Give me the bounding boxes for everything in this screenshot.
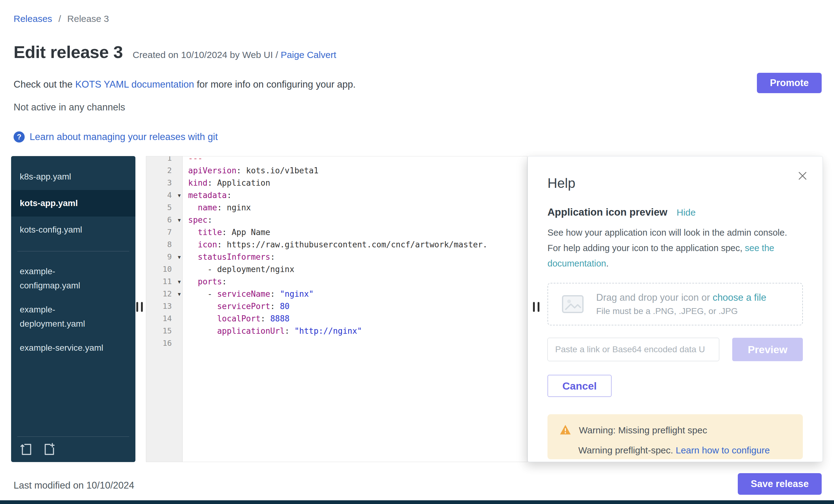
code-token-plain [188,252,198,262]
code-token-key: ports [198,277,222,286]
code-token-plain: - [188,289,217,299]
code-line[interactable]: ports: [188,276,527,288]
code-line[interactable]: kind: Application [188,177,527,189]
code-token-num: 80 [280,302,289,311]
code-line[interactable]: --- [188,156,527,165]
editor-code-area[interactable]: ---apiVersion: kots.io/v1beta1kind: Appl… [182,156,527,462]
file-tree-sidebar: k8s-app.yamlkots-app.yamlkots-config.yam… [11,156,135,462]
dropzone-instruction: Drag and drop your icon or choose a file [596,292,766,303]
code-line[interactable]: applicationUrl: "http://nginx" [188,325,527,337]
code-token-plain: : App Name [222,228,270,237]
code-line[interactable]: statusInformers: [188,251,527,263]
line-number: 15 [162,326,172,335]
help-panel: Help Application icon preview Hide See h… [527,156,823,462]
code-line[interactable]: metadata: [188,189,527,201]
gutter-line: 11▾ [146,276,182,288]
page-title: Edit release 3 [14,42,123,62]
file-tree-item[interactable]: example-service.yaml [11,336,113,360]
code-line[interactable]: title: App Name [188,226,527,238]
title-row: Edit release 3 Created on 10/10/2024 by … [14,42,336,62]
breadcrumb-releases-link[interactable]: Releases [14,14,52,24]
code-token-key: icon [198,240,217,249]
author-link[interactable]: Paige Calvert [281,50,336,60]
code-line[interactable]: name: nginx [188,201,527,214]
code-token-key: serviceName [217,289,270,299]
icon-preview-section-header: Application icon preview Hide [547,206,803,218]
save-release-button[interactable]: Save release [738,473,822,495]
code-token-key: title [198,228,222,237]
warning-title: Warning: Missing preflight spec [579,425,707,436]
promote-button[interactable]: Promote [757,73,822,93]
new-file-icon[interactable] [42,442,57,457]
icon-url-input[interactable] [547,338,719,361]
gutter-line: 5 [146,201,182,214]
code-token-plain: : [270,289,280,299]
fold-arrow-icon[interactable]: ▾ [178,214,181,226]
code-line[interactable]: icon: https://raw.githubusercontent.com/… [188,238,527,251]
hide-link[interactable]: Hide [677,207,696,218]
preflight-warning-box: Warning: Missing preflight spec Warning … [547,414,803,459]
code-token-str: "http://nginx" [294,326,362,335]
panel-resize-handle-left[interactable] [136,302,143,312]
image-placeholder-icon [562,295,584,313]
kots-yaml-doc-link[interactable]: KOTS YAML documentation [75,79,194,90]
breadcrumb-current: Release 3 [67,14,109,24]
gutter-line: 9▾ [146,251,182,263]
code-line[interactable] [188,337,527,349]
warning-triangle-icon [559,424,572,436]
code-line[interactable]: apiVersion: kots.io/v1beta1 [188,165,527,177]
code-line[interactable]: - serviceName: "nginx" [188,288,527,300]
warning-header-row: Warning: Missing preflight spec [559,424,791,436]
code-token-key: applicationUrl [217,326,285,335]
file-tree-item[interactable]: k8s-app.yaml [11,163,135,190]
upload-file-icon[interactable] [19,442,34,457]
edit-release-page: Releases / Release 3 Edit release 3 Crea… [0,0,834,504]
panel-resize-handle-right[interactable] [533,302,540,312]
fold-arrow-icon[interactable]: ▾ [178,288,181,300]
help-panel-title: Help [547,176,803,191]
code-line[interactable]: spec: [188,214,527,226]
gutter-line: 12▾ [146,288,182,300]
code-token-plain: : nginx [217,203,251,212]
fold-arrow-icon[interactable]: ▾ [178,251,181,263]
code-token-key: servicePort [217,302,270,311]
code-token-key: kind [188,178,207,188]
breadcrumb-separator: / [58,14,61,24]
gutter-line: 6▾ [146,214,182,226]
file-tree-item[interactable]: example-deployment.yaml [11,298,113,336]
file-tree-item[interactable]: example-configmap.yaml [11,259,113,298]
fold-arrow-icon[interactable]: ▾ [178,189,181,201]
code-token-key: metadata [188,191,227,200]
file-group-app-specs: k8s-app.yamlkots-app.yamlkots-config.yam… [11,163,135,243]
line-number: 16 [162,339,172,348]
line-number: 6 [167,215,172,224]
preview-button[interactable]: Preview [732,338,803,361]
line-number: 12 [162,289,172,298]
dropzone-text-block: Drag and drop your icon or choose a file… [596,292,766,316]
yaml-editor[interactable]: 1234▾56▾789▾1011▾12▾13141516 ---apiVersi… [146,156,527,462]
icon-url-row: Preview [547,338,803,361]
description-period: . [606,259,609,268]
learn-how-to-configure-link[interactable]: Learn how to configure [676,445,770,455]
code-token-plain: : [227,191,232,200]
icon-dropzone[interactable]: Drag and drop your icon or choose a file… [547,283,803,325]
line-number: 5 [167,203,172,212]
gutter-line: 3 [146,177,182,189]
code-line[interactable]: servicePort: 80 [188,300,527,312]
choose-file-link[interactable]: choose a file [712,292,766,303]
code-token-sep: --- [188,156,203,163]
code-token-plain: : kots.io/v1beta1 [237,166,319,175]
code-token-plain [188,203,198,212]
code-line[interactable]: - deployment/nginx [188,263,527,276]
cancel-button[interactable]: Cancel [547,375,612,397]
file-tree-item[interactable]: kots-config.yaml [11,217,135,243]
close-icon[interactable] [797,170,808,182]
code-token-num: 8888 [270,314,290,323]
file-tree-item[interactable]: kots-app.yaml [11,190,135,217]
line-number: 9 [167,252,172,261]
git-releases-link[interactable]: Learn about managing your releases with … [29,131,218,143]
code-token-plain: : Application [207,178,270,188]
code-token-str: "nginx" [280,289,314,299]
code-line[interactable]: localPort: 8888 [188,312,527,325]
fold-arrow-icon[interactable]: ▾ [178,276,181,288]
